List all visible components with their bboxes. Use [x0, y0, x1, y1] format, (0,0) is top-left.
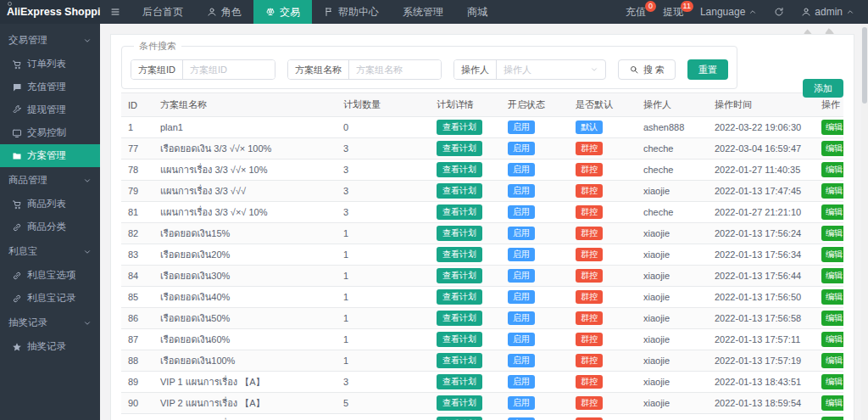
group-control-badge[interactable]: 群控 [576, 184, 603, 199]
group-control-badge[interactable]: 群控 [576, 163, 603, 177]
group-control-badge[interactable]: 群控 [576, 290, 603, 305]
sidebar-group-lottery-records-group[interactable]: 抽奖记录 [0, 310, 100, 335]
default-badge[interactable]: 默认 [576, 120, 603, 135]
edit-button[interactable]: 编辑 [821, 332, 843, 347]
status-badge[interactable]: 启用 [508, 184, 535, 199]
status-badge[interactable]: 启用 [508, 248, 535, 262]
plan-group-name-input[interactable] [349, 60, 441, 79]
view-plan-button[interactable]: 查看计划 [437, 268, 482, 283]
operator-select[interactable]: 操作人 [497, 60, 605, 79]
topbar-right: 充值0提现11Languageadmin [617, 0, 868, 24]
topbar-recharge[interactable]: 充值0 [617, 0, 654, 24]
group-control-badge[interactable]: 群控 [576, 227, 603, 241]
cell-operator: xiaojie [637, 181, 708, 202]
topbar-language[interactable]: Language [692, 0, 765, 24]
group-control-badge[interactable]: 群控 [576, 269, 603, 283]
sidebar-item-lottery-records[interactable]: 抽奖记录 [0, 335, 100, 358]
view-plan-button[interactable]: 查看计划 [437, 226, 482, 241]
status-badge[interactable]: 启用 [508, 269, 535, 283]
add-button[interactable]: 添加 [803, 79, 843, 98]
nav-item-role[interactable]: 角色 [195, 0, 253, 24]
sidebar-item-product-category[interactable]: 商品分类 [0, 216, 100, 238]
edit-button[interactable]: 编辑 [821, 120, 843, 135]
sidebar-item-product-list[interactable]: 商品列表 [0, 193, 100, 216]
topbar-refresh[interactable] [765, 0, 793, 24]
edit-button[interactable]: 编辑 [821, 268, 843, 283]
scrollbar[interactable] [861, 24, 868, 420]
view-plan-button[interactable]: 查看计划 [437, 204, 482, 220]
view-plan-button[interactable]: 查看计划 [437, 332, 482, 347]
status-badge[interactable]: 启用 [508, 205, 535, 220]
edit-button[interactable]: 编辑 [821, 417, 843, 420]
view-plan-button[interactable]: 查看计划 [437, 247, 482, 262]
edit-button[interactable]: 编辑 [821, 374, 843, 389]
edit-button[interactable]: 编辑 [821, 247, 843, 262]
status-badge[interactable]: 启用 [508, 354, 535, 368]
edit-button[interactable]: 编辑 [821, 353, 843, 368]
edit-button[interactable]: 编辑 [821, 289, 843, 305]
view-plan-button[interactable]: 查看计划 [437, 374, 482, 389]
topbar-withdraw[interactable]: 提现11 [654, 0, 692, 24]
cell-operator: xiaojie [637, 372, 708, 393]
link-icon [12, 294, 22, 304]
status-badge[interactable]: 启用 [508, 375, 535, 389]
group-control-badge[interactable]: 群控 [576, 142, 603, 156]
status-badge[interactable]: 启用 [508, 333, 535, 347]
group-control-badge[interactable]: 群控 [576, 248, 603, 262]
status-badge[interactable]: 启用 [508, 311, 535, 326]
sidebar-group-trade-management[interactable]: 交易管理 [0, 27, 100, 53]
sidebar-item-recharge-management[interactable]: 充值管理 [0, 76, 100, 98]
scrollbar-thumb[interactable] [862, 27, 867, 104]
reset-button[interactable]: 重置 [687, 59, 728, 80]
view-plan-button[interactable]: 查看计划 [437, 162, 482, 177]
view-plan-button[interactable]: 查看计划 [437, 353, 482, 368]
edit-button[interactable]: 编辑 [821, 162, 843, 177]
view-plan-button[interactable]: 查看计划 [437, 311, 482, 326]
group-control-badge[interactable]: 群控 [576, 354, 603, 368]
view-plan-button[interactable]: 查看计划 [437, 289, 482, 305]
status-badge[interactable]: 启用 [508, 142, 535, 156]
view-plan-button[interactable]: 查看计划 [437, 183, 482, 199]
group-control-badge[interactable]: 群控 [576, 311, 603, 326]
cell-plan-count: 1 [337, 350, 430, 372]
status-badge[interactable]: 启用 [508, 163, 535, 177]
sidebar-group-interest-treasure[interactable]: 利息宝 [0, 238, 100, 264]
status-badge[interactable]: 启用 [508, 227, 535, 241]
view-plan-button[interactable]: 查看计划 [437, 417, 482, 420]
nav-item-trade[interactable]: 交易 [253, 0, 312, 24]
sidebar-item-interest-options[interactable]: 利息宝选项 [0, 264, 100, 287]
nav-item-help-center[interactable]: 帮助中心 [312, 0, 391, 24]
search-button[interactable]: 搜 索 [618, 59, 676, 80]
group-control-badge[interactable]: 群控 [576, 375, 603, 389]
nav-item-home[interactable]: 后台首页 [131, 0, 195, 24]
cell-actions: 编辑删除复制 [815, 202, 843, 223]
sidebar-item-withdraw-management[interactable]: 提现管理 [0, 98, 100, 121]
menu-toggle-icon[interactable] [100, 0, 131, 24]
view-plan-button[interactable]: 查看计划 [437, 120, 482, 135]
topbar-admin[interactable]: admin [793, 0, 863, 24]
sidebar-item-plan-management[interactable]: 方案管理 [0, 144, 100, 167]
status-badge[interactable]: 启用 [508, 120, 535, 135]
nav-item-mall[interactable]: 商城 [455, 0, 499, 24]
group-control-badge[interactable]: 群控 [576, 396, 603, 411]
cell-status: 启用 [501, 329, 569, 350]
group-control-badge[interactable]: 群控 [576, 205, 603, 220]
plan-group-id-input[interactable] [183, 60, 275, 79]
edit-button[interactable]: 编辑 [821, 226, 843, 241]
group-control-badge[interactable]: 群控 [576, 333, 603, 347]
edit-button[interactable]: 编辑 [821, 141, 843, 156]
sidebar-item-interest-records[interactable]: 利息宝记录 [0, 287, 100, 310]
edit-button[interactable]: 编辑 [821, 395, 843, 411]
status-badge[interactable]: 启用 [508, 290, 535, 305]
sidebar-group-product-management[interactable]: 商品管理 [0, 167, 100, 193]
edit-button[interactable]: 编辑 [821, 204, 843, 220]
edit-button[interactable]: 编辑 [821, 183, 843, 199]
edit-button[interactable]: 编辑 [821, 311, 843, 326]
sidebar-item-trade-control[interactable]: 交易控制 [0, 121, 100, 144]
user-icon [801, 7, 811, 17]
view-plan-button[interactable]: 查看计划 [437, 141, 482, 156]
nav-item-system-management[interactable]: 系统管理 [391, 0, 455, 24]
sidebar-item-order-list[interactable]: 订单列表 [0, 53, 100, 76]
view-plan-button[interactable]: 查看计划 [437, 395, 482, 411]
status-badge[interactable]: 启用 [508, 396, 535, 411]
